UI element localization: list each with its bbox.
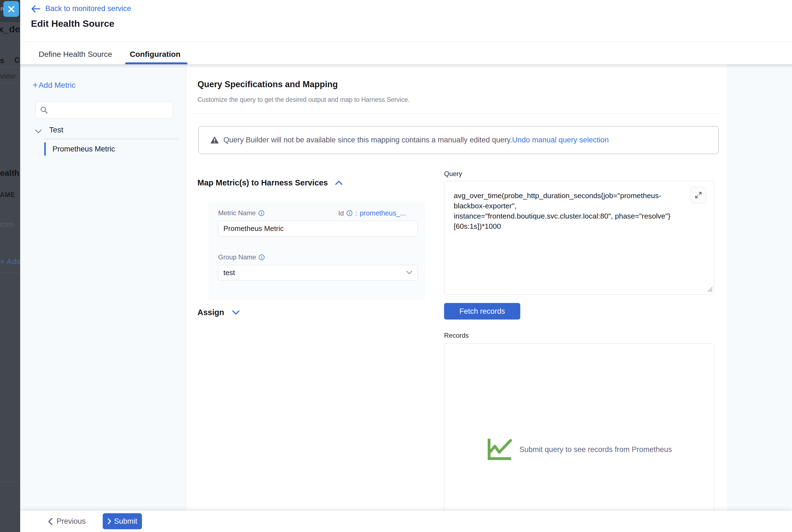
metric-item-label: Prometheus Metric xyxy=(53,145,115,153)
query-text: avg_over_time(probe_http_duration_second… xyxy=(454,191,691,231)
id-separator: : xyxy=(355,209,357,217)
resize-handle[interactable] xyxy=(705,285,713,293)
tab-configuration[interactable]: Configuration xyxy=(130,46,181,63)
metric-id-row: Id i : prometheus_... xyxy=(338,209,406,217)
group-name-label-row: Group Name i xyxy=(218,253,264,261)
active-tab-underline xyxy=(125,62,187,64)
back-to-monitored-service-link[interactable]: Back to monitored service xyxy=(31,4,131,13)
previous-button[interactable]: Previous xyxy=(48,511,86,532)
back-arrow-icon xyxy=(31,5,40,13)
bg-fragment-add-link: + Add xyxy=(0,257,20,266)
chevron-left-icon xyxy=(48,518,53,525)
expand-query-button[interactable] xyxy=(690,187,706,203)
line-chart-icon xyxy=(486,438,513,461)
fetch-records-button[interactable]: Fetch records xyxy=(444,303,520,320)
chevron-down-icon xyxy=(35,129,42,134)
bg-fragment-health-sources: ealth S xyxy=(0,168,20,178)
section-subheading: Customize the query to get the desired o… xyxy=(198,96,409,103)
page-title: Edit Health Source xyxy=(31,18,114,29)
info-icon[interactable]: i xyxy=(347,210,352,216)
records-empty-text: Submit query to see records from Prometh… xyxy=(519,445,672,454)
metric-search-box xyxy=(35,101,173,119)
query-textarea[interactable]: avg_over_time(probe_http_duration_second… xyxy=(444,181,714,295)
map-metrics-title: Map Metric(s) to Harness Services xyxy=(198,178,328,187)
edit-health-source-screen: nt x_dev s C view ealth S AME rom + Add … xyxy=(0,0,792,532)
map-metrics-section-header[interactable]: Map Metric(s) to Harness Services xyxy=(198,178,343,187)
footer-bar: Previous Submit xyxy=(20,511,792,532)
info-icon[interactable]: i xyxy=(259,254,264,260)
metrics-sidebar xyxy=(20,64,186,511)
expand-icon xyxy=(695,191,702,199)
chevron-down-icon xyxy=(232,310,240,315)
info-icon[interactable]: i xyxy=(258,210,264,216)
chevron-right-icon xyxy=(107,518,111,524)
metric-mapping-panel xyxy=(208,203,425,300)
submit-label: Submit xyxy=(114,517,137,526)
search-icon xyxy=(40,106,48,114)
tab-label: Configuration xyxy=(130,50,181,59)
tab-label: Define Health Source xyxy=(39,50,112,59)
close-modal-button[interactable] xyxy=(3,1,19,17)
back-link-label: Back to monitored service xyxy=(45,4,131,13)
metric-id-link[interactable]: prometheus_... xyxy=(360,209,406,217)
add-metric-label: Add Metric xyxy=(39,81,76,90)
metric-name-label: Metric Name xyxy=(218,209,256,217)
warning-icon xyxy=(210,136,219,144)
right-gutter xyxy=(727,64,792,511)
close-icon xyxy=(7,5,16,13)
id-label: Id xyxy=(338,209,344,217)
bg-divider xyxy=(0,481,20,482)
fetch-records-label: Fetch records xyxy=(459,307,505,316)
metric-search-input[interactable] xyxy=(51,103,168,117)
group-divider xyxy=(44,139,178,139)
plus-icon: + xyxy=(33,80,38,90)
bg-fragment-prometheus-row: rom xyxy=(0,220,14,229)
submit-button[interactable]: Submit xyxy=(103,513,142,529)
tab-define-health-source[interactable]: Define Health Source xyxy=(39,46,112,63)
warning-message: Query Builder will not be available sinc… xyxy=(223,136,512,144)
bg-fragment: C xyxy=(14,56,20,64)
resize-grip-icon xyxy=(705,285,713,292)
header-divider xyxy=(20,42,792,42)
assign-title: Assign xyxy=(198,308,224,317)
records-empty-panel: Submit query to see records from Prometh… xyxy=(444,343,714,532)
content-divider xyxy=(192,113,721,114)
metric-group-test[interactable]: Test xyxy=(49,126,63,134)
group-collapse-chevron[interactable] xyxy=(35,129,42,135)
group-name-select[interactable]: test xyxy=(218,265,418,281)
bg-fragment-project-name: x_dev xyxy=(0,24,20,35)
section-heading: Query Specifications and Mapping xyxy=(198,79,338,90)
bg-fragment-overview-tab: view xyxy=(0,72,16,80)
undo-manual-query-link[interactable]: Undo manual query selection xyxy=(512,136,609,144)
chevron-down-icon xyxy=(406,271,412,274)
metric-name-input[interactable] xyxy=(218,221,418,236)
query-label: Query xyxy=(444,170,462,178)
sidebar-item-prometheus-metric[interactable]: Prometheus Metric xyxy=(44,142,171,156)
add-metric-button[interactable]: + Add Metric xyxy=(33,80,76,90)
group-name-value: test xyxy=(223,268,235,277)
metric-name-label-row: Metric Name i xyxy=(218,209,264,217)
group-name-label: Group Name xyxy=(218,253,256,261)
chevron-up-icon xyxy=(335,180,343,186)
assign-section-header[interactable]: Assign xyxy=(198,308,240,317)
dimmed-background-page: nt x_dev s C view ealth S AME rom + Add xyxy=(0,0,20,532)
query-builder-warning-banner: Query Builder will not be available sinc… xyxy=(198,126,719,154)
bg-fragment: s xyxy=(0,57,4,65)
bg-fragment-name-column: AME xyxy=(0,191,15,199)
previous-label: Previous xyxy=(57,517,86,526)
bg-divider xyxy=(0,83,20,83)
records-label: Records xyxy=(444,332,468,339)
selected-indicator-bar xyxy=(44,142,46,156)
